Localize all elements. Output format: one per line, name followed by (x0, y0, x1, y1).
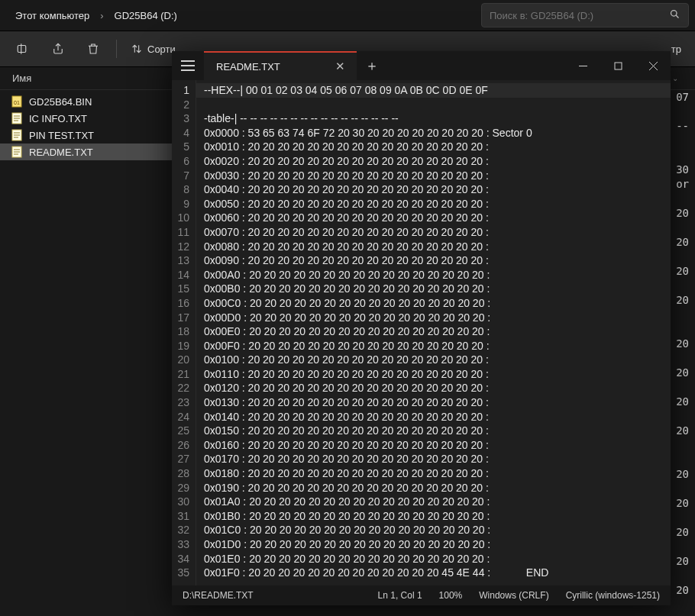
file-name: README.TXT (29, 147, 93, 158)
code-area[interactable]: 1 2 3 4 5 6 7 8 9 10 11 12 13 14 15 16 1… (172, 80, 671, 585)
file-name: PIN TEST.TXT (29, 130, 94, 141)
close-tab-button[interactable]: ✕ (331, 58, 349, 75)
svg-rect-17 (181, 60, 195, 62)
file-item[interactable]: IC INFO.TXT (0, 110, 173, 127)
svg-rect-21 (615, 63, 622, 69)
file-name: GD25B64.BIN (29, 96, 92, 108)
delete-button[interactable] (76, 34, 110, 64)
file-name: IC INFO.TXT (29, 113, 87, 124)
file-item[interactable]: 01GD25B64.BIN (0, 93, 173, 110)
toolbar-overflow-text: тр (671, 44, 689, 55)
svg-rect-18 (181, 65, 195, 66)
svg-rect-19 (181, 69, 195, 71)
minimize-button[interactable] (565, 51, 600, 80)
editor-status-bar: D:\README.TXT Ln 1, Col 1 100% Windows (… (172, 585, 671, 605)
breadcrumb-label: Этот компьютер (15, 10, 89, 21)
editor-tab-bar: README.TXT ✕ ＋ (172, 51, 671, 80)
text-editor-window: README.TXT ✕ ＋ 1 2 3 4 5 6 7 8 9 10 11 1… (172, 51, 671, 605)
status-cursor[interactable]: Ln 1, Col 1 (378, 590, 422, 601)
editor-tab[interactable]: README.TXT ✕ (204, 51, 357, 80)
file-item[interactable]: README.TXT (0, 144, 173, 160)
search-input[interactable] (490, 10, 669, 21)
file-item[interactable]: PIN TEST.TXT (0, 127, 173, 144)
share-button[interactable] (41, 34, 75, 64)
close-window-button[interactable] (635, 51, 671, 80)
breadcrumb-drive[interactable]: GD25B64 (D:) (107, 7, 185, 24)
status-path: D:\README.TXT (183, 590, 254, 601)
rename-button[interactable] (6, 34, 40, 64)
svg-rect-2 (18, 46, 26, 53)
status-zoom[interactable]: 100% (439, 590, 463, 601)
breadcrumb-label: GD25B64 (D:) (115, 10, 177, 21)
svg-text:01: 01 (14, 100, 20, 105)
chevron-up-icon: ⌄ (672, 74, 683, 82)
status-eol[interactable]: Windows (CRLF) (479, 590, 548, 601)
chevron-right-icon: › (97, 10, 106, 21)
file-list: 01GD25B64.BINIC INFO.TXTPIN TEST.TXTREAD… (0, 90, 173, 616)
text-content[interactable]: --HEX--| 00 01 02 03 04 05 06 07 08 09 0… (196, 80, 671, 585)
window-controls (565, 51, 671, 80)
search-icon (669, 8, 680, 22)
line-number-gutter: 1 2 3 4 5 6 7 8 9 10 11 12 13 14 15 16 1… (172, 80, 196, 585)
tab-title: README.TXT (216, 61, 280, 73)
breadcrumb-root[interactable]: Этот компьютер (8, 7, 97, 24)
menu-button[interactable] (172, 51, 204, 80)
separator (116, 40, 117, 58)
column-header-name[interactable]: Имя (12, 73, 173, 84)
status-encoding[interactable]: Cyrillic (windows-1251) (566, 590, 660, 601)
search-box[interactable] (481, 3, 689, 27)
address-bar: Этот компьютер › GD25B64 (D:) (0, 0, 695, 31)
svg-line-1 (676, 15, 678, 18)
svg-point-0 (671, 11, 677, 17)
new-tab-button[interactable]: ＋ (357, 51, 387, 80)
maximize-button[interactable] (600, 51, 635, 80)
